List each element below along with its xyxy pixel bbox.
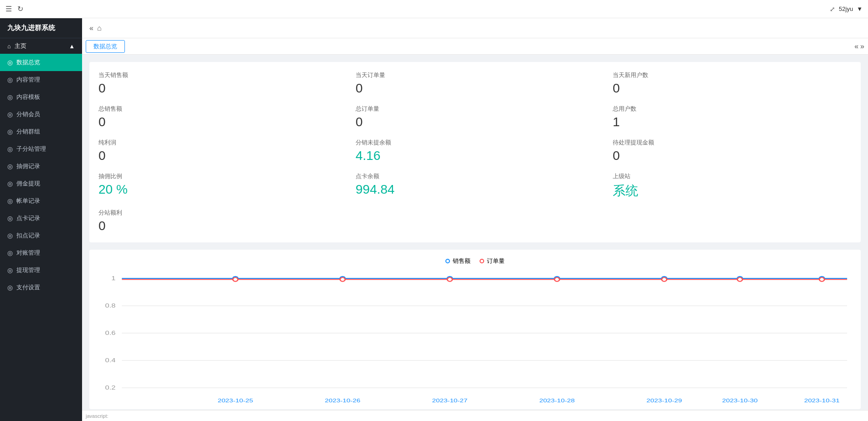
stat-label: 上级站 [613, 172, 852, 180]
tab-bar: 数据总览 « » [82, 38, 868, 55]
sidebar-item-对账管理[interactable]: ◎对账管理 [0, 244, 82, 262]
logo-text: 九块九进群系统 [7, 24, 55, 32]
chart-container: 销售额 订单量 1 0.8 0.6 0.4 0.2 [89, 250, 861, 409]
stat-分站额利: 分站额利0 [98, 209, 337, 233]
shield-icon: ◎ [7, 145, 13, 153]
svg-text:0.4: 0.4 [105, 357, 115, 364]
stat-当天销售额: 当天销售额0 [98, 71, 337, 96]
sidebar-item-帐单记录[interactable]: ◎帐单记录 [0, 192, 82, 210]
svg-point-33 [447, 277, 452, 282]
home-icon: ⌂ [7, 43, 11, 50]
stat-value: 0 [98, 81, 337, 96]
shield-icon: ◎ [7, 111, 13, 118]
stat-label: 当天销售额 [98, 71, 337, 79]
content-area: « ⌂ 数据总览 « » 当天销售额0当天订单量0当天新用户数0总销售额0总订单… [82, 18, 868, 421]
svg-text:2023-10-25: 2023-10-25 [217, 398, 253, 404]
svg-text:0.2: 0.2 [105, 385, 115, 391]
sales-legend-label: 销售额 [453, 257, 470, 265]
stat-value: 0 [356, 81, 594, 96]
stat-纯利润: 纯利润0 [98, 139, 337, 163]
svg-text:2023-10-30: 2023-10-30 [722, 398, 758, 404]
sidebar-nav: ◎数据总览◎内容管理◎内容模板◎分销会员◎分销群组◎子分站管理◎抽佣记录◎佣金提… [0, 54, 82, 296]
sidebar-item-点卡记录[interactable]: ◎点卡记录 [0, 210, 82, 227]
stat-label: 当天订单量 [356, 71, 594, 79]
svg-point-37 [819, 277, 824, 282]
sidebar-item-佣金提现[interactable]: ◎佣金提现 [0, 175, 82, 192]
stat-value: 0 [356, 115, 594, 129]
sidebar-item-扣点记录[interactable]: ◎扣点记录 [0, 227, 82, 244]
tab-next-button[interactable]: » [860, 42, 864, 51]
shield-icon: ◎ [7, 215, 13, 222]
stat-待处理提现金额: 待处理提现金额0 [613, 139, 852, 163]
sidebar-item-内容管理[interactable]: ◎内容管理 [0, 71, 82, 88]
svg-text:1: 1 [111, 275, 115, 282]
stat-value: 0 [613, 149, 852, 163]
stat-总用户数: 总用户数1 [613, 105, 852, 129]
stat-value: 4.16 [356, 149, 594, 163]
menu-toggle-button[interactable]: ☰ [5, 5, 12, 13]
stat-点卡余额: 点卡余额994.84 [356, 172, 594, 200]
status-text: javascript: [86, 413, 108, 419]
svg-text:2023-10-28: 2023-10-28 [539, 398, 575, 404]
stat-value: 1 [613, 115, 852, 129]
stat-抽佣比例: 抽佣比例20 % [98, 172, 337, 200]
orders-legend-label: 订单量 [487, 257, 505, 265]
stat-value: 0 [613, 81, 852, 96]
refresh-button[interactable]: ↻ [17, 5, 23, 13]
shield-icon: ◎ [7, 163, 13, 170]
tab-prev-button[interactable]: « [854, 42, 858, 51]
shield-icon: ◎ [7, 93, 13, 101]
sidebar-item-内容模板[interactable]: ◎内容模板 [0, 88, 82, 106]
sidebar-item-子分站管理[interactable]: ◎子分站管理 [0, 140, 82, 158]
svg-point-36 [737, 277, 742, 282]
stat-分销未提余额: 分销未提余额4.16 [356, 139, 594, 163]
stat-label: 总订单量 [356, 105, 594, 113]
stat-value: 0 [98, 219, 337, 233]
sidebar-item-提现管理[interactable]: ◎提现管理 [0, 262, 82, 279]
stat-当天订单量: 当天订单量0 [356, 71, 594, 96]
stat-总订单量: 总订单量0 [356, 105, 594, 129]
svg-text:0.6: 0.6 [105, 330, 115, 336]
stat-label: 总用户数 [613, 105, 852, 113]
shield-icon: ◎ [7, 267, 13, 274]
expand-button[interactable]: ⤢ [830, 5, 835, 13]
chart-svg: 1 0.8 0.6 0.4 0.2 2023-10-25 2023-1 [97, 271, 853, 407]
status-bar: javascript: [82, 410, 868, 421]
svg-point-31 [233, 277, 238, 282]
svg-text:0.8: 0.8 [105, 303, 115, 309]
sales-dot [445, 259, 450, 263]
topbar: ☰ ↻ ⤢ 52jyu ▼ [0, 0, 868, 18]
stat-label: 分站额利 [98, 209, 337, 217]
chart-legend: 销售额 订单量 [97, 257, 853, 265]
breadcrumb-bar: « ⌂ [82, 18, 868, 38]
stat-value: 994.84 [356, 182, 594, 197]
topbar-right: ⤢ 52jyu ▼ [830, 5, 863, 13]
legend-sales: 销售额 [445, 257, 470, 265]
sidebar-item-数据总览[interactable]: ◎数据总览 [0, 54, 82, 71]
stats-grid: 当天销售额0当天订单量0当天新用户数0总销售额0总订单量0总用户数1纯利润0分销… [89, 62, 861, 242]
back-button[interactable]: « [89, 24, 93, 32]
shield-icon: ◎ [7, 197, 13, 205]
shield-icon: ◎ [7, 76, 13, 83]
sidebar-item-抽佣记录[interactable]: ◎抽佣记录 [0, 158, 82, 175]
stat-label: 纯利润 [98, 139, 337, 147]
svg-text:2023-10-31: 2023-10-31 [804, 398, 840, 404]
sidebar-item-分销会员[interactable]: ◎分销会员 [0, 106, 82, 123]
stat-value: 0 [98, 149, 337, 163]
svg-text:2023-10-26: 2023-10-26 [325, 398, 361, 404]
stat-label: 分销未提余额 [356, 139, 594, 147]
svg-point-32 [340, 277, 345, 282]
sidebar-home[interactable]: ⌂ 主页 ▲ [0, 38, 82, 54]
home-breadcrumb-button[interactable]: ⌂ [97, 24, 102, 32]
home-label: 主页 [15, 42, 26, 50]
shield-icon: ◎ [7, 249, 13, 257]
sidebar-logo: 九块九进群系统 [0, 18, 82, 38]
sidebar-item-支付设置[interactable]: ◎支付设置 [0, 279, 82, 296]
dropdown-icon: ▼ [857, 5, 863, 12]
tab-data-overview[interactable]: 数据总览 [86, 40, 125, 53]
shield-icon: ◎ [7, 232, 13, 239]
sidebar-item-分销群组[interactable]: ◎分销群组 [0, 123, 82, 140]
svg-point-35 [661, 277, 666, 282]
svg-point-34 [554, 277, 559, 282]
page-content: 当天销售额0当天订单量0当天新用户数0总销售额0总订单量0总用户数1纯利润0分销… [82, 55, 868, 410]
